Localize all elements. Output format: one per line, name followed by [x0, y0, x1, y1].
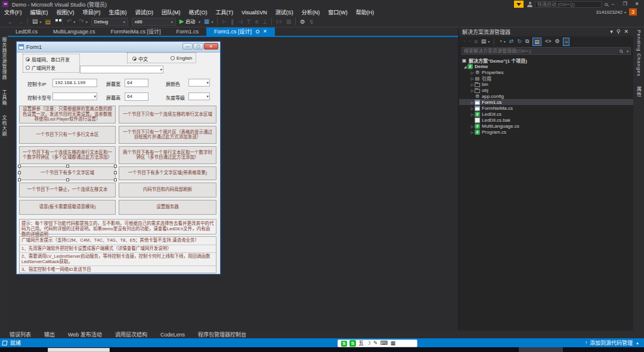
restore-button[interactable]: ❐ — [619, 0, 631, 8]
add-to-source-control-button[interactable]: ↑ 添加到源代码管理 ▲ — [585, 339, 639, 347]
button-picture-area[interactable]: 一个节目下只有一个图片区（表格的显示通过自绘图片并通过此方式添加发送） — [119, 126, 216, 144]
hint-label[interactable]: 提示：每个按钮下功能代码都是独立的，互不影响，可根据自己的需求选择性去看并更改其… — [19, 219, 216, 234]
handwriting-pen-icon[interactable]: ✎ — [373, 340, 378, 347]
expander-collapsed-icon[interactable] — [470, 82, 475, 87]
tab-toolbox[interactable]: 工具箱 — [1, 89, 7, 106]
screen-height-textbox[interactable]: 64 — [125, 92, 148, 101]
tree-item-solution[interactable]: 解决方案"Demo"(1 个项目) — [459, 57, 633, 63]
size-to-grid-icon[interactable]: ⊞ — [286, 17, 291, 27]
tab-leddll-cs[interactable]: LedDll.cs — [8, 27, 45, 36]
menu-project[interactable]: 项目(P) — [79, 8, 105, 16]
tab-web-publish[interactable]: Web 发布活动 — [68, 331, 102, 338]
toolbar-options-icon[interactable]: ↯ — [309, 17, 314, 27]
controller-model-combobox[interactable] — [52, 92, 97, 100]
open-file-icon[interactable]: ▤ — [45, 17, 50, 27]
make-same-width-icon[interactable]: ⊦⊦ — [276, 17, 282, 27]
align-middles-icon[interactable]: ≡ — [255, 17, 259, 27]
minimize-button[interactable]: – — [607, 0, 619, 8]
menu-visualsvn[interactable]: VisualSVN — [237, 10, 271, 16]
radio-chinese[interactable]: 中文 — [132, 55, 148, 62]
format-toolbar-icon[interactable]: ⚙ — [300, 17, 305, 27]
selection-handle[interactable] — [114, 165, 117, 168]
tree-item-program-cs[interactable]: Program.cs — [459, 129, 633, 135]
close-tab-icon[interactable]: ✕ — [263, 27, 267, 36]
tab-properties[interactable]: 属性 — [636, 87, 642, 97]
tab-formneima-design[interactable]: FormNeiMa.cs [设计] — [103, 27, 169, 36]
sogou-input-icon[interactable]: S — [341, 341, 347, 347]
selection-handle[interactable] — [18, 171, 21, 174]
tree-item-leddll-bak[interactable]: LedDll.cs.bak — [459, 117, 633, 123]
tree-item-project-demo[interactable]: Demo — [459, 63, 633, 69]
show-all-files-icon[interactable]: ▤ — [532, 38, 541, 46]
soft-keyboard-icon[interactable]: ⌨ — [380, 340, 388, 347]
align-centers-icon[interactable]: ∥ — [231, 17, 234, 27]
button-set-screen-params[interactable]: 设置屏参（注意：只需根据屏的宽高点数的颜色设置一次，发送节目时无需设置，该参数推… — [19, 106, 116, 123]
collapse-all-icon[interactable]: ⧉ — [525, 37, 529, 46]
tree-item-appconfig[interactable]: app.config — [459, 93, 633, 99]
switch-views-icon[interactable]: ▤▾ — [481, 37, 490, 47]
selection-handle[interactable] — [66, 178, 69, 181]
expander-expanded-icon[interactable] — [463, 64, 467, 69]
tree-item-references[interactable]: 引用 — [459, 75, 633, 81]
notifications-flag-icon[interactable] — [514, 1, 524, 8]
tab-output[interactable]: 输出 — [44, 331, 55, 338]
home-icon[interactable]: ⌂ — [474, 37, 477, 46]
tab-form1-design-active[interactable]: Form1.cs [设计] ✕ — [206, 27, 275, 36]
radio-english[interactable]: English — [171, 55, 192, 61]
tab-form1-cs[interactable]: Form1.cs — [169, 27, 207, 36]
menu-tools[interactable]: 工具(T) — [212, 8, 238, 16]
menu-debug[interactable]: 调试(D) — [131, 8, 158, 16]
button-internal-code-refresh[interactable]: 内码节目和内码局部刷新 — [119, 183, 216, 197]
button-static-and-scroll-text[interactable]: 一个节目下一个静止，一个连续左移文本 — [19, 183, 116, 197]
wubi-mode-icon[interactable]: 五 — [358, 340, 364, 347]
menu-format[interactable]: 格式(O) — [185, 8, 212, 16]
selection-handle[interactable] — [66, 165, 69, 168]
half-full-width-moon-icon[interactable]: ☽ — [366, 340, 371, 347]
platform-dropdown[interactable]: x86▾ — [132, 18, 176, 26]
back-icon[interactable]: ◦ — [463, 37, 465, 46]
solution-search-input[interactable] — [462, 48, 620, 54]
menu-file[interactable]: 文件(F) — [0, 8, 26, 16]
navigate-forward-icon[interactable]: → — [17, 17, 23, 27]
undo-icon[interactable]: ↶▾ — [67, 16, 75, 27]
selection-handle[interactable] — [18, 178, 21, 181]
tree-item-form1-cs[interactable]: Form1.cs — [459, 99, 633, 105]
taskbar-window-preview[interactable] — [48, 348, 110, 352]
navigate-back-icon[interactable]: ← — [8, 17, 14, 27]
redo-icon[interactable]: ↷▾ — [79, 16, 87, 27]
tree-item-properties[interactable]: Properties — [459, 69, 633, 75]
align-bottoms-icon[interactable]: ⊥ — [262, 17, 267, 27]
button-multiline-text[interactable]: 一个节目下只有一个多行文本区 — [19, 126, 116, 144]
button-voice[interactable]: 语音(板卡需要搭载语音模块) — [19, 200, 116, 215]
wan-device-combobox[interactable] — [80, 66, 163, 73]
account-menu[interactable]: 3141023242 ▾ — [596, 8, 626, 16]
controller-ip-textbox[interactable]: 192.168.1.199 — [52, 79, 97, 87]
notification-count-badge[interactable]: 3 — [629, 8, 637, 16]
expander-collapsed-icon[interactable] — [470, 70, 475, 75]
button-multiple-text-areas-table-bg[interactable]: 一个节目下有多个文字区域(带表格背景) — [119, 166, 216, 180]
radio-wan[interactable]: 广域网开发 — [26, 64, 55, 71]
menu-edit[interactable]: 编辑(E) — [26, 8, 52, 16]
tree-item-leddll-cs[interactable]: LedDll.cs — [459, 111, 633, 117]
button-single-scroll-text[interactable]: 一个节目下只有一个连续左移的单行文本区域 — [119, 106, 216, 123]
start-debug-button[interactable]: ▶ 启动 ▾ — [179, 16, 200, 27]
ime-toolbox-icon[interactable]: ▦ — [391, 340, 396, 347]
menu-view[interactable]: 视图(V) — [52, 8, 79, 16]
auto-hide-pin-icon[interactable]: ⚲ — [617, 27, 621, 36]
tab-codelens[interactable]: CodeLens — [160, 332, 185, 338]
menu-help[interactable]: 帮助(H) — [352, 8, 379, 16]
tree-item-bin[interactable]: bin — [459, 81, 633, 87]
tab-error-list[interactable]: 错误列表 — [10, 331, 31, 338]
designed-form-window[interactable]: Form1 — ▢ ✕ 局域网、串口开发 — [16, 41, 221, 274]
align-rights-icon[interactable]: ⊣ — [237, 17, 243, 27]
solution-search-box[interactable]: ▾ — [462, 47, 631, 55]
menu-test[interactable]: 测试(S) — [271, 8, 298, 16]
selection-handle[interactable] — [114, 178, 117, 181]
configuration-dropdown[interactable]: Debug▾ — [91, 18, 128, 26]
menu-analyze[interactable]: 分析(N) — [298, 8, 324, 16]
menu-team[interactable]: 团队(M) — [157, 8, 185, 16]
button-set-server[interactable]: 设置服务器 — [119, 200, 216, 215]
expander-collapsed-icon[interactable] — [470, 88, 475, 92]
screen-width-textbox[interactable]: 64 — [125, 79, 148, 87]
menu-build[interactable]: 生成(B) — [105, 8, 131, 16]
